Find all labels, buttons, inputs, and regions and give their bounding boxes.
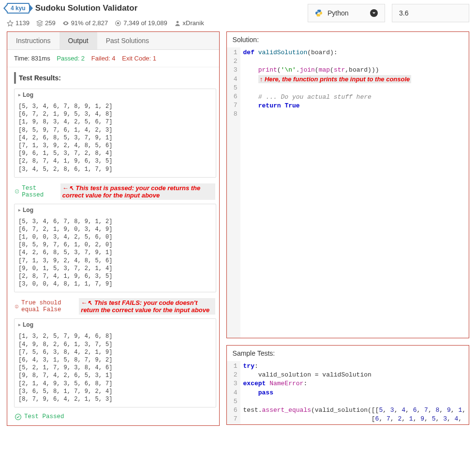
user-icon (174, 20, 181, 27)
solution-editor[interactable]: 12345678 def validSolution(board): print… (227, 47, 469, 338)
log-output: [5, 3, 4, 6, 7, 8, 9, 1, 2] [6, 7, 2, 1,… (15, 216, 216, 292)
log-toggle[interactable]: Log (15, 89, 216, 101)
svg-point-1 (117, 22, 119, 24)
satisfaction-stat[interactable]: 91% of 2,827 (62, 19, 108, 27)
summary-failed: Failed: 4 (91, 55, 116, 62)
language-name: Python (327, 9, 349, 17)
summary-passed: Passed: 2 (57, 55, 85, 62)
test-pass: Test Passed ←↖ This test is passed: your… (14, 181, 216, 204)
gutter: 1234567 (227, 361, 240, 424)
star-icon (7, 20, 14, 27)
log-output: [5, 3, 4, 6, 7, 8, 9, 1, 2] [6, 7, 2, 1,… (15, 101, 216, 177)
tab-output[interactable]: Output (60, 32, 97, 49)
log-toggle[interactable]: Log (15, 319, 216, 331)
version-selector[interactable]: 3.6 (392, 4, 469, 22)
log-block: Log [5, 3, 4, 6, 7, 8, 9, 1, 2] [6, 7, 2… (14, 204, 216, 293)
author-stat[interactable]: xDranik (174, 19, 204, 27)
log-block: Log [1, 3, 2, 5, 7, 9, 4, 6, 8] [4, 9, 8… (14, 318, 216, 407)
test-fail: True should equal False ←↖ This test FAI… (14, 296, 216, 318)
annotation: ↑ Here, the function prints the input to… (258, 75, 412, 83)
log-toggle[interactable]: Log (15, 204, 216, 216)
solution-panel: Solution: 12345678 def validSolution(boa… (226, 31, 469, 338)
completions-stat[interactable]: 7,349 of 19,089 (115, 19, 167, 27)
log-block: Log [5, 3, 4, 6, 7, 8, 9, 1, 2] [6, 7, 2… (14, 89, 216, 178)
python-icon (315, 9, 323, 17)
stats-row: 1139 259 91% of 2,827 7,349 of 19,089 xD… (7, 19, 204, 27)
output-panel: Instructions Output Past Solutions Time:… (7, 31, 220, 426)
test-summary: Time: 831ms Passed: 2 Failed: 4 Exit Cod… (7, 50, 219, 67)
tab-past-solutions[interactable]: Past Solutions (97, 32, 158, 49)
kata-title: Sudoku Solution Validator (35, 3, 138, 13)
annotation: ←↖ This test FAILS: your code doesn't re… (79, 298, 215, 315)
summary-time: Time: 831ms (14, 55, 50, 62)
version-name: 3.6 (399, 9, 408, 17)
tests-editor[interactable]: 1234567 try: valid_solution = validSolut… (227, 361, 469, 424)
tests-title: Sample Tests: (227, 346, 469, 361)
check-icon (15, 188, 19, 195)
summary-exit: Exit Code: 1 (122, 55, 156, 62)
check-icon (15, 414, 21, 420)
kyu-badge: 4 kyu (7, 3, 30, 14)
error-icon (15, 303, 18, 310)
solution-title: Solution: (227, 32, 469, 47)
stars-stat[interactable]: 1139 (7, 19, 30, 27)
log-output: [1, 3, 2, 5, 7, 9, 4, 6, 8] [4, 9, 8, 2,… (15, 331, 216, 407)
results-scroll[interactable]: Test Results: Log [5, 3, 4, 6, 7, 8, 9, … (7, 67, 219, 425)
eye-icon (62, 20, 69, 27)
language-selector[interactable]: Python (308, 4, 385, 22)
caret-down-icon (370, 9, 378, 17)
svg-point-6 (16, 307, 17, 308)
svg-point-2 (176, 21, 178, 23)
sample-tests-panel: Sample Tests: 1234567 try: valid_solutio… (226, 345, 469, 425)
kata-header: 4 kyu Sudoku Solution Validator 1139 259… (0, 0, 476, 31)
test-pass: Test Passed (14, 411, 216, 424)
results-title: Test Results: (14, 72, 216, 84)
annotation: ←↖ This test is passed: your code return… (60, 183, 215, 200)
target-icon (115, 20, 121, 27)
layers-icon (36, 20, 43, 27)
code-lines: def validSolution(board): print('\n'.joi… (240, 47, 469, 338)
tab-instructions[interactable]: Instructions (7, 32, 60, 49)
code-lines: try: valid_solution = validSolution exce… (240, 361, 469, 424)
tab-bar: Instructions Output Past Solutions (7, 32, 219, 50)
gutter: 12345678 (227, 47, 240, 338)
collections-stat[interactable]: 259 (36, 19, 56, 27)
